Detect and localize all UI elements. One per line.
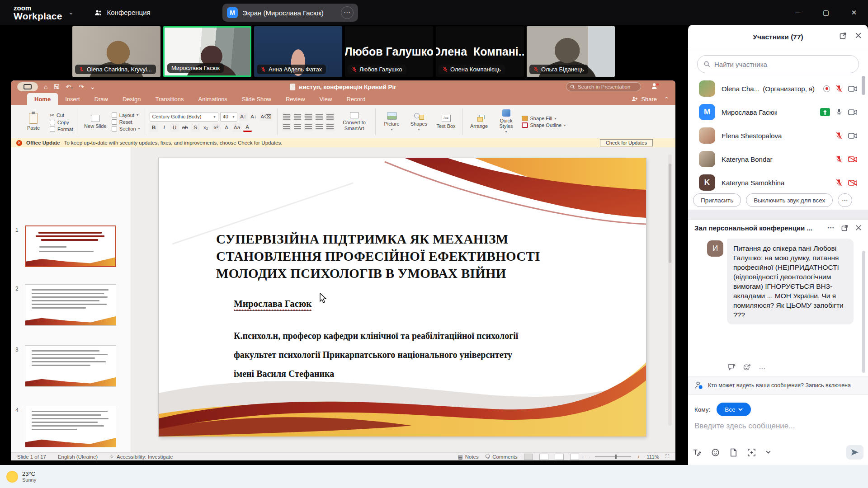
subscript-button[interactable]: x₂ bbox=[202, 123, 210, 132]
chat-scrollbar[interactable] bbox=[862, 251, 865, 373]
font-name-combo[interactable]: Century Gothic (Body)▾ bbox=[150, 112, 218, 122]
zoom-in-button[interactable]: + bbox=[637, 454, 641, 460]
mic-muted-icon[interactable] bbox=[835, 178, 843, 187]
app-icon[interactable] bbox=[17, 82, 38, 91]
video-tile-camera-off[interactable]: Олена Компані... Олена Компанієць bbox=[436, 26, 524, 77]
video-tile-active-speaker[interactable]: Мирослава Гасюк bbox=[163, 26, 251, 77]
editor-scrollbar[interactable] bbox=[668, 155, 672, 426]
align-right-icon[interactable] bbox=[304, 123, 313, 131]
shape-fill-button[interactable]: Shape Fill▾ bbox=[522, 116, 566, 121]
convert-smartart-button[interactable]: Convert to SmartArt bbox=[338, 112, 371, 131]
tab-animations[interactable]: Animations bbox=[191, 93, 235, 105]
clear-format-icon[interactable]: A⌫ bbox=[260, 113, 273, 121]
mute-all-button[interactable]: Выключить звук для всех bbox=[746, 193, 833, 207]
pop-out-icon[interactable] bbox=[840, 32, 847, 39]
reply-icon[interactable] bbox=[728, 363, 736, 371]
slide-thumbnail-selected[interactable] bbox=[25, 225, 116, 267]
camera-on-icon[interactable] bbox=[848, 132, 857, 139]
maximize-button[interactable]: ▢ bbox=[812, 0, 840, 25]
notes-button[interactable]: ▤Notes bbox=[458, 454, 479, 460]
bold-button[interactable]: B bbox=[150, 123, 158, 132]
picture-button[interactable]: Picture▾ bbox=[380, 112, 404, 132]
mic-muted-icon[interactable] bbox=[835, 84, 843, 93]
collapse-ribbon-icon[interactable]: ⌃ bbox=[664, 96, 669, 103]
italic-button[interactable]: I bbox=[160, 123, 169, 132]
screenshot-icon[interactable] bbox=[747, 448, 756, 457]
slide-sorter-view-button[interactable] bbox=[539, 454, 548, 460]
close-button[interactable]: ✕ bbox=[840, 0, 868, 25]
copy-button[interactable]: Copy bbox=[50, 120, 73, 125]
weather-widget[interactable]: 23°C Sunny bbox=[6, 470, 36, 483]
slideshow-view-button[interactable] bbox=[570, 454, 579, 460]
slide-canvas[interactable]: СУПЕРВІЗІЙНА ПІДТРИМКА ЯК МЕХАНІЗМ СТАНО… bbox=[159, 158, 646, 436]
superscript-button[interactable]: x² bbox=[212, 123, 221, 132]
chevron-down-icon[interactable]: ⌄ bbox=[69, 9, 74, 16]
section-button[interactable]: Section▾ bbox=[112, 126, 140, 131]
presenter-share-icon[interactable] bbox=[651, 82, 659, 89]
tab-slide-show[interactable]: Slide Show bbox=[235, 93, 278, 105]
format-text-icon[interactable] bbox=[693, 448, 701, 457]
text-box-button[interactable]: A≡Text Box bbox=[434, 115, 458, 129]
share-button[interactable]: Share bbox=[631, 96, 657, 103]
shadow-button[interactable]: S bbox=[191, 123, 200, 132]
indent-increase-icon[interactable] bbox=[315, 113, 324, 121]
accessibility-status[interactable]: ☆ Accessibility: Investigate bbox=[109, 454, 173, 460]
participant-row[interactable]: Kateryna Bondar bbox=[688, 147, 868, 171]
change-case-button[interactable]: Aa bbox=[233, 123, 241, 132]
quick-styles-button[interactable]: Quick Styles▾ bbox=[495, 109, 518, 134]
zoom-percentage[interactable]: 111% bbox=[646, 454, 659, 460]
more-options-button[interactable]: ⋯ bbox=[838, 193, 852, 207]
tab-record[interactable]: Record bbox=[340, 93, 373, 105]
camera-off-icon[interactable] bbox=[848, 179, 857, 186]
mic-muted-icon[interactable] bbox=[835, 131, 843, 140]
slide-thumbnail[interactable] bbox=[25, 284, 116, 326]
home-icon[interactable]: ⌂ bbox=[44, 83, 47, 90]
message-more-icon[interactable]: … bbox=[759, 363, 766, 371]
format-painter-button[interactable]: Format bbox=[50, 127, 73, 132]
font-size-combo[interactable]: 40▾ bbox=[220, 112, 237, 122]
camera-off-icon[interactable] bbox=[848, 156, 857, 163]
tab-review[interactable]: Review bbox=[278, 93, 312, 105]
participant-row[interactable]: M Мирослава Гасюк bbox=[688, 100, 868, 124]
numbering-icon[interactable] bbox=[293, 113, 302, 121]
participant-search-box[interactable] bbox=[697, 55, 859, 73]
camera-on-icon[interactable] bbox=[848, 109, 857, 116]
ppt-search-input[interactable] bbox=[578, 84, 637, 89]
tab-insert[interactable]: Insert bbox=[58, 93, 87, 105]
video-tile-camera-off[interactable]: Любов Галушко Любов Галушко bbox=[345, 26, 433, 77]
slide-editor-area[interactable]: СУПЕРВІЗІЙНА ПІДТРИМКА ЯК МЕХАНІЗМ СТАНО… bbox=[131, 147, 675, 452]
send-message-button[interactable] bbox=[846, 445, 863, 460]
check-updates-button[interactable]: Check for Updates bbox=[600, 139, 653, 146]
bullets-icon[interactable] bbox=[282, 113, 291, 121]
participant-search-input[interactable] bbox=[714, 61, 841, 68]
tab-transitions[interactable]: Transitions bbox=[148, 93, 191, 105]
slide-thumbnail[interactable] bbox=[25, 406, 116, 447]
file-icon[interactable] bbox=[730, 448, 737, 457]
underline-button[interactable]: U bbox=[170, 123, 179, 132]
chat-more-icon[interactable]: ⋯ bbox=[827, 224, 834, 232]
shape-outline-button[interactable]: Shape Outline▾ bbox=[522, 122, 566, 128]
send-to-selector[interactable]: Все bbox=[717, 403, 751, 416]
zoom-slider[interactable] bbox=[595, 456, 631, 457]
mic-muted-icon[interactable] bbox=[835, 155, 843, 163]
line-spacing-icon[interactable] bbox=[326, 113, 335, 121]
columns-icon[interactable] bbox=[326, 123, 335, 131]
video-tile[interactable]: Анна Абдель Фатах bbox=[254, 26, 342, 77]
close-panel-icon[interactable] bbox=[855, 225, 862, 231]
pop-out-icon[interactable] bbox=[841, 225, 848, 231]
more-options-icon[interactable]: ⋯ bbox=[341, 6, 354, 19]
shapes-button[interactable]: Shapes▾ bbox=[407, 112, 431, 132]
camera-on-icon[interactable] bbox=[848, 85, 857, 92]
tab-design[interactable]: Design bbox=[115, 93, 148, 105]
close-panel-icon[interactable] bbox=[855, 32, 862, 39]
reading-view-button[interactable] bbox=[555, 454, 564, 460]
new-slide-button[interactable]: New Slide bbox=[83, 115, 108, 129]
tab-view[interactable]: View bbox=[312, 93, 340, 105]
increase-font-icon[interactable]: A↑ bbox=[239, 113, 248, 121]
participant-row[interactable]: Elena Shestopalova bbox=[688, 124, 868, 147]
ppt-search-box[interactable] bbox=[566, 82, 641, 91]
comments-button[interactable]: 🗨Comments bbox=[485, 454, 518, 460]
tab-screen-share[interactable]: M Экран (Мирослава Гасюк) ⋯ bbox=[222, 4, 358, 22]
language-indicator[interactable]: English (Ukraine) bbox=[58, 454, 98, 460]
align-left-icon[interactable] bbox=[282, 123, 291, 131]
